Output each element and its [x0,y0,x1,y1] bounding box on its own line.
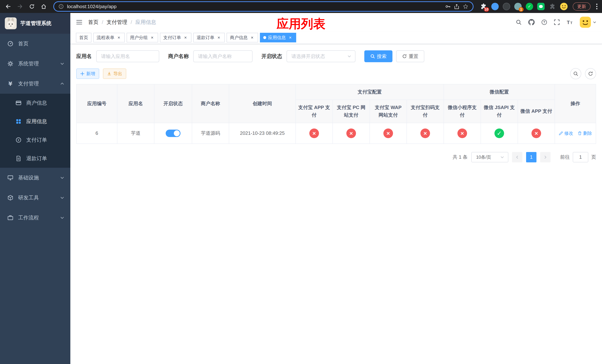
tab-app-info[interactable]: 应用信息× [260,33,296,43]
next-page-button[interactable] [540,152,550,162]
sidebar-item-merchant-info[interactable]: 商户信息 [0,94,70,112]
tab-label: 应用信息 [268,35,286,41]
payment-submenu: 商户信息 应用信息 ¥ 支付订单 退款订单 [0,94,70,168]
back-icon [5,3,11,10]
tab-user-group[interactable]: 用户分组× [127,33,158,43]
status-label: 开启状态 [261,53,282,60]
fullscreen-button[interactable] [554,19,560,25]
tab-refund-orders[interactable]: 退款订单× [193,33,225,43]
reset-button[interactable]: 重置 [396,50,424,62]
tab-close-icon[interactable]: × [150,35,155,40]
tab-home[interactable]: 首页 [76,33,91,43]
alipay-app-disabled-icon: × [309,128,319,138]
browser-update-button[interactable]: 更新 [573,2,591,11]
sidebar-item-refund-orders[interactable]: 退款订单 [0,149,70,168]
monitor-icon [7,175,13,181]
tab-close-icon[interactable]: × [116,35,121,40]
browser-menu-button[interactable] [596,3,598,10]
avatar [580,17,591,28]
page-size-select[interactable]: 10条/页 [471,152,508,162]
current-page-button[interactable]: 1 [526,152,537,162]
add-button[interactable]: 新增 [76,68,99,79]
share-icon[interactable] [454,4,460,9]
tab-pay-orders[interactable]: 支付订单× [160,33,191,43]
update-label: 更新 [577,3,586,10]
extension-blue-icon[interactable] [491,2,499,11]
browser-forward-button[interactable] [15,1,25,12]
delete-button[interactable]: 删除 [578,130,592,136]
extension-dark-icon[interactable] [502,2,511,11]
sidebar-item-infrastructure[interactable]: 基础设施 [0,168,70,188]
blue-circle-icon [491,3,499,10]
search-button-label: 搜索 [377,53,387,60]
user-menu[interactable] [580,17,596,28]
refresh-table-button[interactable] [585,68,596,79]
extension-wechat-devtools-icon[interactable] [537,2,545,11]
site-info-icon[interactable] [58,4,64,9]
password-key-icon[interactable] [445,4,451,9]
extension-puzzle2-icon[interactable] [548,2,557,11]
help-button[interactable]: ? [541,19,547,25]
sidebar-item-system[interactable]: 系统管理 [0,54,70,74]
sidebar-toggle-button[interactable] [76,19,83,26]
caret-down-icon [593,20,596,24]
sidebar-item-workflow[interactable]: 工作流程 [0,208,70,228]
prev-page-button[interactable] [512,152,522,162]
bookmark-star-icon[interactable] [463,4,468,9]
app-name-input[interactable] [96,50,159,62]
tab-merchant-info[interactable]: 商户信息× [226,33,258,43]
col-alipay-app: 支付宝 APP 支付 [296,100,333,123]
extensions-puzzle-icon[interactable]: 10 [479,2,488,11]
sidebar-item-dev-tools[interactable]: 研发工具 [0,188,70,208]
export-button[interactable]: 导出 [103,68,126,79]
reload-icon [29,4,35,9]
fullscreen-icon [554,19,560,25]
browser-reload-button[interactable] [27,1,37,12]
app-table: 应用编号 应用名 开启状态 商户名称 创建时间 支付宝配置 微信配置 操作 支付… [76,84,596,144]
grid-icon [16,118,22,124]
address-bar[interactable]: localhost:1024/pay/app [53,1,473,12]
app-logo-row[interactable]: 芋道管理系统 [0,13,70,34]
filter-form: 应用名 商户名称 开启状态 请选择开启状态 搜索 [76,50,596,62]
status-select[interactable]: 请选择开启状态 [287,50,355,62]
sidebar-item-app-info[interactable]: 应用信息 [0,112,70,131]
edit-button[interactable]: 修改 [559,130,573,136]
sidebar-item-label: 支付管理 [18,80,39,87]
status-toggle[interactable] [166,130,181,137]
browser-home-button[interactable] [39,1,49,12]
col-app-name: 应用名 [117,84,154,123]
col-alipay-qr: 支付宝扫码支付 [407,100,444,123]
goto-page-input[interactable] [573,152,588,162]
breadcrumb-home[interactable]: 首页 [88,19,98,26]
extension-emoji-icon[interactable] [560,2,568,11]
browser-back-button[interactable] [3,1,13,12]
extension-green-check-icon[interactable]: ✓ [525,2,534,11]
alipay-qr-disabled-icon: × [420,128,430,138]
svg-text:T: T [570,21,572,25]
tab-label: 商户信息 [230,35,248,41]
search-button[interactable]: 搜索 [364,50,392,62]
tab-close-icon[interactable]: × [288,35,293,40]
merchant-name-input[interactable] [193,50,252,62]
breadcrumb-separator [131,19,132,25]
breadcrumb-payment[interactable]: 支付管理 [107,19,127,26]
font-size-button[interactable]: TT [567,19,573,25]
tab-close-icon[interactable]: × [216,35,221,40]
header-search-button[interactable] [516,19,522,25]
sidebar-item-home[interactable]: 首页 [0,34,70,54]
tab-close-icon[interactable]: × [183,35,188,40]
extension-avatar-icon[interactable]: 1 [514,2,522,11]
sidebar-item-pay-orders[interactable]: ¥ 支付订单 [0,131,70,149]
tab-process-form[interactable]: 流程表单× [93,33,125,43]
col-alipay-pc: 支付宝 PC 网站支付 [333,100,370,123]
chevron-down-icon [500,155,504,159]
github-button[interactable] [528,19,535,25]
dark-circle-icon [503,3,510,10]
sidebar-item-label: 应用信息 [26,118,47,125]
sidebar-item-label: 研发工具 [18,194,39,201]
tab-close-icon[interactable]: × [249,35,255,40]
sidebar-item-payment[interactable]: ¥ 支付管理 [0,74,70,94]
url-text: localhost:1024/pay/app [67,4,117,10]
breadcrumb: 首页 支付管理 应用信息 [88,19,156,26]
toggle-search-button[interactable] [570,68,581,79]
